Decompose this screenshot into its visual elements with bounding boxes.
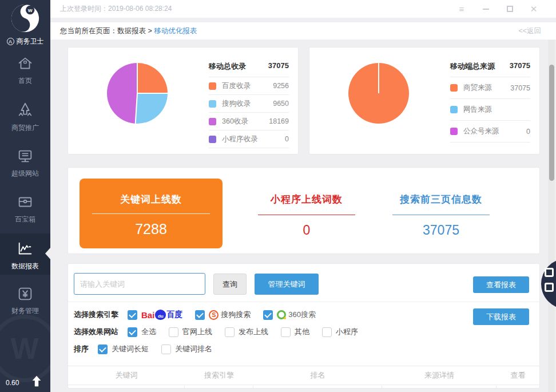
mobile-index-card: 移动总收录 37075 百度收录 9256 搜狗收录 9650 360收录 18…	[67, 47, 299, 155]
checkbox[interactable]	[322, 327, 332, 337]
topbar: 上次登录时间：2019-08-06 08:28:24 ≡ ✕	[50, 0, 556, 18]
sidebar-item-label: 首页	[0, 76, 50, 86]
window-controls: ≡ ✕	[458, 0, 554, 18]
miniprogram-words-stat: 小程序上线词数 0	[235, 179, 378, 238]
effect-site-filter-row: 选择效果网站 全选 官网上线 发布上线 其他 小程序	[74, 326, 371, 338]
sidebar-item-promotion[interactable]: 商贸推广	[0, 102, 50, 133]
legend-chip	[209, 82, 216, 90]
legend-chip	[209, 118, 216, 125]
column-header: 搜索引擎	[185, 370, 253, 381]
legend-chip	[450, 128, 458, 135]
chart-report-icon	[0, 240, 50, 258]
stat-value: 7288	[80, 221, 223, 237]
360-logo-icon	[277, 310, 286, 319]
brand-name: 商务卫士	[17, 37, 44, 46]
scrollbar-thumb[interactable]	[549, 65, 554, 181]
qr-code-icon	[545, 283, 554, 292]
qr-float-widget[interactable]	[541, 259, 556, 309]
engine-option-sogou[interactable]: S 搜狗搜索	[195, 310, 251, 320]
download-report-button[interactable]: 下载报表	[473, 308, 529, 325]
checkbox[interactable]	[98, 345, 108, 354]
breadcrumb-label: 您当前所在页面：数据报表 >	[60, 27, 152, 35]
legend: 移动端总来源 37075 商贸来源 37075 网告来源 公众号来源 0	[450, 61, 530, 142]
search-engine-filter-row: 选择搜索引擎 Bai du 百度 S 搜狗搜索 360搜索	[74, 309, 328, 320]
sidebar-item-website[interactable]: 超级网站	[0, 148, 50, 179]
column-header: 来源详情	[382, 370, 497, 381]
mobile-source-pie-chart	[348, 63, 409, 124]
view-report-button[interactable]: 查看报表	[473, 276, 529, 293]
engine-option-360[interactable]: 360搜索	[263, 310, 316, 320]
sidebar-item-reports[interactable]: 数据报表	[0, 233, 50, 275]
mobile-index-pie-chart	[107, 63, 168, 124]
sidebar-item-home[interactable]: 首页	[0, 55, 50, 86]
column-header: 关键词	[68, 370, 185, 381]
app-logo: w	[10, 3, 41, 34]
brand-badge-icon: A	[7, 38, 14, 45]
breadcrumb-current-page[interactable]: 移动优化报表	[154, 27, 197, 35]
site-option-official[interactable]: 官网上线	[169, 327, 212, 337]
legend-total: 37075	[268, 61, 289, 72]
legend-item: 搜狗收录 9650	[209, 95, 289, 113]
checkbox[interactable]	[195, 310, 205, 320]
back-link[interactable]: <<返回	[518, 22, 541, 39]
legend-item: 公众号来源 0	[450, 121, 530, 142]
filter-label: 排序	[74, 344, 89, 354]
minimize-icon[interactable]	[482, 9, 490, 10]
qr-code-icon	[545, 268, 554, 277]
query-card: 查询 管理关键词 查看报表 下载报表 选择搜索引擎 Bai du 百度 S 搜狗…	[67, 263, 540, 389]
mobile-source-card: 移动端总来源 37075 商贸来源 37075 网告来源 公众号来源 0	[309, 47, 540, 155]
legend-title: 移动端总来源	[450, 61, 495, 72]
legend-chip	[209, 100, 216, 108]
site-option-all[interactable]: 全选	[128, 327, 156, 337]
maximize-icon[interactable]	[506, 6, 514, 12]
site-option-publish[interactable]: 发布上线	[225, 327, 268, 337]
checkbox[interactable]	[281, 327, 291, 337]
yuan-finance-icon	[0, 285, 50, 302]
sort-option-length[interactable]: 关键词长短	[98, 344, 149, 354]
table-header: 关键词 搜索引擎 排名 来源详情 查看	[68, 366, 539, 385]
column-header: 排名	[253, 370, 382, 381]
sidebar-item-label: 百宝箱	[0, 215, 50, 224]
site-option-miniprogram[interactable]: 小程序	[322, 327, 358, 337]
checkbox[interactable]	[161, 345, 171, 354]
sidebar: w A 商务卫士 首页 商贸推广	[0, 0, 50, 392]
logo-badge-letter: w	[27, 7, 33, 13]
checkbox[interactable]	[128, 310, 137, 320]
menu-icon[interactable]: ≡	[458, 5, 466, 13]
site-option-other[interactable]: 其他	[281, 327, 309, 337]
table-row	[68, 386, 539, 389]
checkbox[interactable]	[169, 327, 178, 337]
sidebar-item-finance[interactable]: 财务管理	[0, 285, 50, 316]
checkbox[interactable]	[263, 310, 273, 320]
manage-keywords-button[interactable]: 管理关键词	[255, 274, 319, 295]
keywords-online-stat: 关键词上线数 7288	[80, 179, 223, 248]
stat-value: 0	[235, 223, 378, 238]
monitor-icon	[0, 148, 50, 165]
sidebar-item-label: 数据报表	[0, 262, 50, 271]
last-login-time: 上次登录时间：2019-08-06 08:28:24	[60, 0, 172, 18]
sort-option-rank[interactable]: 关键词排名	[161, 344, 212, 354]
engine-option-baidu[interactable]: Bai du 百度	[128, 310, 182, 320]
baidu-paw-icon: du	[155, 310, 166, 320]
brand: A 商务卫士	[0, 37, 50, 46]
sidebar-item-toolbox[interactable]: 百宝箱	[0, 193, 50, 224]
legend-chip	[209, 136, 216, 143]
filter-label: 选择搜索引擎	[74, 310, 118, 320]
query-button[interactable]: 查询	[213, 274, 247, 295]
legend-title: 移动总收录	[209, 61, 246, 72]
app-window: w A 商务卫士 首页 商贸推广	[0, 0, 556, 392]
sort-filter-row: 排序 关键词长短 关键词排名	[74, 343, 225, 355]
legend-item: 网告来源	[450, 99, 530, 121]
legend: 移动总收录 37075 百度收录 9256 搜狗收录 9650 360收录 18…	[209, 61, 289, 148]
watermark-logo: W	[0, 315, 58, 382]
checkbox[interactable]	[225, 327, 235, 337]
legend-chip	[450, 106, 458, 113]
sidebar-item-label: 超级网站	[0, 169, 50, 179]
stat-label: 小程序上线词数	[235, 193, 378, 206]
scroll-to-top-arrow-icon[interactable]	[30, 375, 43, 389]
close-icon[interactable]: ✕	[530, 5, 538, 13]
sogou-logo-icon: S	[209, 310, 219, 320]
checkbox[interactable]	[128, 327, 137, 337]
vertical-scrollbar	[548, 40, 555, 392]
keyword-input[interactable]	[74, 273, 205, 295]
